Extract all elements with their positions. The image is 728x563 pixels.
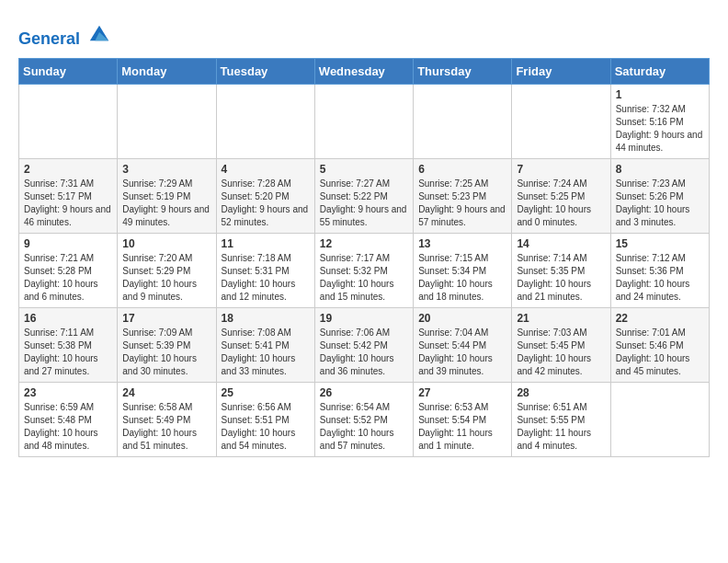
day-number: 4 bbox=[222, 163, 310, 176]
day-number: 11 bbox=[222, 237, 310, 250]
calendar-day-cell: 8Sunrise: 7:23 AM Sunset: 5:26 PM Daylig… bbox=[610, 158, 709, 233]
day-number: 28 bbox=[517, 386, 605, 399]
day-number: 8 bbox=[616, 163, 704, 176]
calendar-day-cell: 13Sunrise: 7:15 AM Sunset: 5:34 PM Dayli… bbox=[414, 233, 512, 307]
calendar-day-cell: 15Sunrise: 7:12 AM Sunset: 5:36 PM Dayli… bbox=[610, 233, 709, 307]
day-number: 10 bbox=[122, 237, 210, 250]
day-info: Sunrise: 7:06 AM Sunset: 5:42 PM Dayligh… bbox=[320, 327, 408, 378]
calendar-day-cell: 9Sunrise: 7:21 AM Sunset: 5:28 PM Daylig… bbox=[19, 233, 118, 307]
day-info: Sunrise: 7:21 AM Sunset: 5:28 PM Dayligh… bbox=[24, 252, 112, 304]
day-number: 17 bbox=[122, 312, 210, 325]
logo-text: General bbox=[18, 22, 112, 49]
day-number: 3 bbox=[122, 163, 210, 176]
calendar-day-cell bbox=[216, 84, 314, 158]
weekday-header: Wednesday bbox=[314, 58, 413, 84]
day-info: Sunrise: 7:14 AM Sunset: 5:35 PM Dayligh… bbox=[517, 252, 605, 304]
day-number: 25 bbox=[222, 386, 310, 399]
day-info: Sunrise: 7:18 AM Sunset: 5:31 PM Dayligh… bbox=[222, 252, 310, 304]
day-info: Sunrise: 7:15 AM Sunset: 5:34 PM Dayligh… bbox=[418, 252, 506, 304]
calendar-week-row: 9Sunrise: 7:21 AM Sunset: 5:28 PM Daylig… bbox=[19, 233, 710, 307]
day-number: 7 bbox=[517, 163, 605, 176]
day-number: 22 bbox=[616, 312, 704, 325]
calendar-day-cell: 20Sunrise: 7:04 AM Sunset: 5:44 PM Dayli… bbox=[414, 307, 512, 382]
day-info: Sunrise: 7:32 AM Sunset: 5:16 PM Dayligh… bbox=[616, 103, 704, 155]
day-info: Sunrise: 7:12 AM Sunset: 5:36 PM Dayligh… bbox=[616, 252, 704, 304]
calendar-day-cell: 25Sunrise: 6:56 AM Sunset: 5:51 PM Dayli… bbox=[216, 382, 314, 456]
weekday-header: Saturday bbox=[610, 58, 709, 84]
calendar-day-cell: 7Sunrise: 7:24 AM Sunset: 5:25 PM Daylig… bbox=[512, 158, 610, 233]
calendar-day-cell: 28Sunrise: 6:51 AM Sunset: 5:55 PM Dayli… bbox=[512, 382, 610, 456]
day-info: Sunrise: 7:17 AM Sunset: 5:32 PM Dayligh… bbox=[320, 252, 408, 304]
calendar-week-row: 2Sunrise: 7:31 AM Sunset: 5:17 PM Daylig… bbox=[19, 158, 710, 233]
calendar-day-cell: 10Sunrise: 7:20 AM Sunset: 5:29 PM Dayli… bbox=[118, 233, 216, 307]
day-number: 26 bbox=[320, 386, 408, 399]
day-number: 5 bbox=[320, 163, 408, 176]
calendar-day-cell: 3Sunrise: 7:29 AM Sunset: 5:19 PM Daylig… bbox=[118, 158, 216, 233]
day-info: Sunrise: 7:25 AM Sunset: 5:23 PM Dayligh… bbox=[418, 178, 506, 229]
calendar-day-cell: 21Sunrise: 7:03 AM Sunset: 5:45 PM Dayli… bbox=[512, 307, 610, 382]
day-number: 19 bbox=[320, 312, 408, 325]
calendar-table: SundayMondayTuesdayWednesdayThursdayFrid… bbox=[18, 58, 710, 457]
calendar-header-row: SundayMondayTuesdayWednesdayThursdayFrid… bbox=[19, 58, 710, 84]
calendar-day-cell bbox=[512, 84, 610, 158]
calendar-week-row: 1Sunrise: 7:32 AM Sunset: 5:16 PM Daylig… bbox=[19, 84, 710, 158]
day-info: Sunrise: 7:11 AM Sunset: 5:38 PM Dayligh… bbox=[24, 327, 112, 378]
calendar-day-cell: 27Sunrise: 6:53 AM Sunset: 5:54 PM Dayli… bbox=[414, 382, 512, 456]
day-info: Sunrise: 7:09 AM Sunset: 5:39 PM Dayligh… bbox=[122, 327, 210, 378]
day-info: Sunrise: 7:28 AM Sunset: 5:20 PM Dayligh… bbox=[222, 178, 310, 229]
day-info: Sunrise: 6:59 AM Sunset: 5:48 PM Dayligh… bbox=[24, 401, 112, 453]
calendar-day-cell: 22Sunrise: 7:01 AM Sunset: 5:46 PM Dayli… bbox=[610, 307, 709, 382]
day-info: Sunrise: 6:54 AM Sunset: 5:52 PM Dayligh… bbox=[320, 401, 408, 453]
day-info: Sunrise: 7:08 AM Sunset: 5:41 PM Dayligh… bbox=[222, 327, 310, 378]
calendar-day-cell: 17Sunrise: 7:09 AM Sunset: 5:39 PM Dayli… bbox=[118, 307, 216, 382]
day-info: Sunrise: 7:01 AM Sunset: 5:46 PM Dayligh… bbox=[616, 327, 704, 378]
day-info: Sunrise: 7:23 AM Sunset: 5:26 PM Dayligh… bbox=[616, 178, 704, 229]
weekday-header: Sunday bbox=[19, 58, 118, 84]
day-number: 27 bbox=[418, 386, 506, 399]
calendar-day-cell bbox=[118, 84, 216, 158]
day-info: Sunrise: 7:20 AM Sunset: 5:29 PM Dayligh… bbox=[122, 252, 210, 304]
calendar-day-cell: 4Sunrise: 7:28 AM Sunset: 5:20 PM Daylig… bbox=[216, 158, 314, 233]
calendar-day-cell: 2Sunrise: 7:31 AM Sunset: 5:17 PM Daylig… bbox=[19, 158, 118, 233]
day-number: 12 bbox=[320, 237, 408, 250]
calendar-day-cell: 23Sunrise: 6:59 AM Sunset: 5:48 PM Dayli… bbox=[19, 382, 118, 456]
day-info: Sunrise: 7:31 AM Sunset: 5:17 PM Dayligh… bbox=[24, 178, 112, 229]
calendar-day-cell: 18Sunrise: 7:08 AM Sunset: 5:41 PM Dayli… bbox=[216, 307, 314, 382]
day-number: 24 bbox=[122, 386, 210, 399]
day-number: 16 bbox=[24, 312, 112, 325]
day-info: Sunrise: 7:04 AM Sunset: 5:44 PM Dayligh… bbox=[418, 327, 506, 378]
day-info: Sunrise: 6:51 AM Sunset: 5:55 PM Dayligh… bbox=[517, 401, 605, 453]
calendar-day-cell: 11Sunrise: 7:18 AM Sunset: 5:31 PM Dayli… bbox=[216, 233, 314, 307]
day-number: 6 bbox=[418, 163, 506, 176]
calendar-day-cell: 1Sunrise: 7:32 AM Sunset: 5:16 PM Daylig… bbox=[610, 84, 709, 158]
day-number: 18 bbox=[222, 312, 310, 325]
day-info: Sunrise: 7:27 AM Sunset: 5:22 PM Dayligh… bbox=[320, 178, 408, 229]
day-number: 23 bbox=[24, 386, 112, 399]
calendar-day-cell: 19Sunrise: 7:06 AM Sunset: 5:42 PM Dayli… bbox=[314, 307, 413, 382]
page-header: General bbox=[18, 18, 710, 49]
day-info: Sunrise: 7:24 AM Sunset: 5:25 PM Dayligh… bbox=[517, 178, 605, 229]
weekday-header: Friday bbox=[512, 58, 610, 84]
calendar-day-cell: 5Sunrise: 7:27 AM Sunset: 5:22 PM Daylig… bbox=[314, 158, 413, 233]
day-number: 15 bbox=[616, 237, 704, 250]
calendar-day-cell bbox=[19, 84, 118, 158]
day-number: 13 bbox=[418, 237, 506, 250]
calendar-day-cell: 14Sunrise: 7:14 AM Sunset: 5:35 PM Dayli… bbox=[512, 233, 610, 307]
calendar-day-cell: 16Sunrise: 7:11 AM Sunset: 5:38 PM Dayli… bbox=[19, 307, 118, 382]
day-info: Sunrise: 7:29 AM Sunset: 5:19 PM Dayligh… bbox=[122, 178, 210, 229]
calendar-day-cell bbox=[314, 84, 413, 158]
weekday-header: Thursday bbox=[414, 58, 512, 84]
day-number: 1 bbox=[616, 88, 704, 101]
weekday-header: Tuesday bbox=[216, 58, 314, 84]
day-number: 14 bbox=[517, 237, 605, 250]
day-info: Sunrise: 6:58 AM Sunset: 5:49 PM Dayligh… bbox=[122, 401, 210, 453]
calendar-day-cell: 24Sunrise: 6:58 AM Sunset: 5:49 PM Dayli… bbox=[118, 382, 216, 456]
day-number: 21 bbox=[517, 312, 605, 325]
calendar-day-cell bbox=[414, 84, 512, 158]
day-number: 9 bbox=[24, 237, 112, 250]
calendar-week-row: 16Sunrise: 7:11 AM Sunset: 5:38 PM Dayli… bbox=[19, 307, 710, 382]
day-number: 20 bbox=[418, 312, 506, 325]
calendar-day-cell: 6Sunrise: 7:25 AM Sunset: 5:23 PM Daylig… bbox=[414, 158, 512, 233]
weekday-header: Monday bbox=[118, 58, 216, 84]
calendar-day-cell: 26Sunrise: 6:54 AM Sunset: 5:52 PM Dayli… bbox=[314, 382, 413, 456]
